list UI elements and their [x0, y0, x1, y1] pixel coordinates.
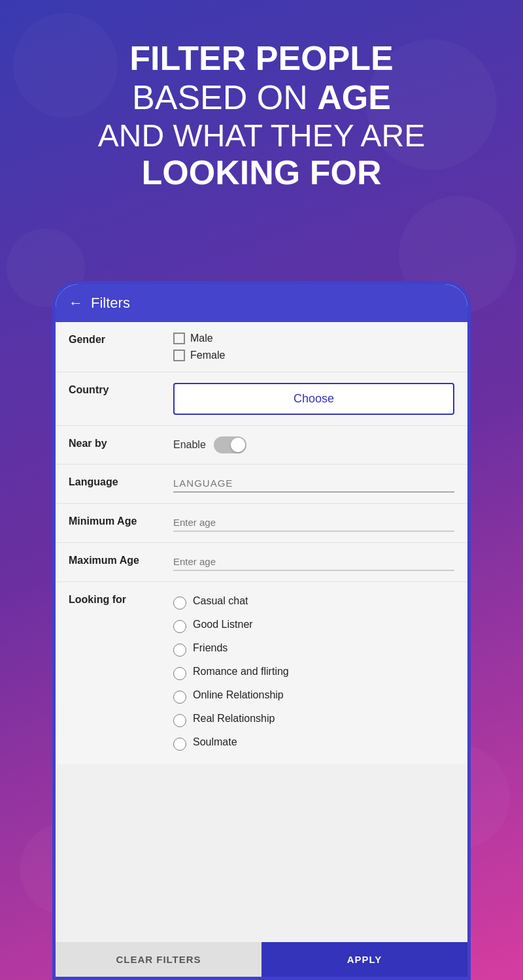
gender-male-item[interactable]: Male — [173, 333, 454, 344]
radio-good-listener[interactable]: Good Listner — [173, 616, 454, 636]
hero-based: BASED ON — [132, 78, 317, 116]
looking-for-label: Looking for — [69, 593, 173, 606]
nearby-control: Enable — [173, 436, 454, 453]
nearby-toggle[interactable] — [214, 436, 246, 453]
choose-button[interactable]: Choose — [173, 383, 454, 415]
radio-romance-label: Romance and flirting — [193, 666, 289, 678]
radio-online-relationship-input[interactable] — [173, 691, 186, 704]
radio-romance[interactable]: Romance and flirting — [173, 663, 454, 683]
radio-casual-chat-input[interactable] — [173, 596, 186, 610]
radio-online-relationship[interactable]: Online Relationship — [173, 687, 454, 706]
max-age-control — [173, 553, 454, 571]
radio-real-relationship-label: Real Relationship — [193, 713, 275, 725]
gender-label: Gender — [69, 333, 173, 346]
radio-real-relationship[interactable]: Real Relationship — [173, 710, 454, 730]
min-age-control — [173, 514, 454, 532]
min-age-input[interactable] — [173, 514, 454, 532]
gender-female-label: Female — [190, 350, 225, 361]
radio-casual-chat[interactable]: Casual chat — [173, 593, 454, 612]
country-label: Country — [69, 383, 173, 396]
language-label: Language — [69, 475, 173, 488]
language-row: Language — [56, 465, 467, 504]
min-age-row: Minimum Age — [56, 504, 467, 543]
gender-male-checkbox[interactable] — [173, 333, 185, 344]
hero-line3: AND WHAT THEY ARE — [39, 118, 484, 154]
language-control — [173, 475, 454, 493]
clear-filters-button[interactable]: CLEAR FILTERS — [56, 942, 262, 977]
filter-body: Gender Male Female Country Choose Near b… — [56, 322, 467, 942]
filter-header: ← Filters — [56, 284, 467, 322]
country-control: Choose — [173, 383, 454, 415]
gender-row: Gender Male Female — [56, 322, 467, 372]
radio-soulmate-input[interactable] — [173, 738, 186, 751]
bottom-buttons: CLEAR FILTERS APPLY — [56, 942, 467, 977]
toggle-row: Enable — [173, 436, 454, 453]
nearby-row: Near by Enable — [56, 426, 467, 465]
looking-for-row: Looking for Casual chat Good Listner Fri… — [56, 582, 467, 764]
phone-container: ← Filters Gender Male Female Country Cho — [52, 281, 471, 980]
gender-control: Male Female — [173, 333, 454, 361]
gender-female-item[interactable]: Female — [173, 350, 454, 361]
max-age-row: Maximum Age — [56, 543, 467, 582]
radio-friends-input[interactable] — [173, 644, 186, 657]
max-age-label: Maximum Age — [69, 553, 173, 566]
hero-section: FILTER PEOPLE BASED ON AGE AND WHAT THEY… — [0, 39, 523, 193]
radio-online-relationship-label: Online Relationship — [193, 689, 284, 701]
country-row: Country Choose — [56, 372, 467, 426]
radio-friends-label: Friends — [193, 642, 228, 654]
gender-male-label: Male — [190, 333, 213, 344]
hero-age: AGE — [317, 78, 391, 116]
radio-good-listener-label: Good Listner — [193, 619, 253, 630]
nearby-label: Near by — [69, 436, 173, 449]
back-button[interactable]: ← — [69, 295, 83, 312]
toggle-enable-label: Enable — [173, 439, 206, 451]
min-age-label: Minimum Age — [69, 514, 173, 527]
radio-soulmate-label: Soulmate — [193, 736, 237, 748]
radio-friends[interactable]: Friends — [173, 640, 454, 659]
language-input[interactable] — [173, 475, 454, 493]
radio-casual-chat-label: Casual chat — [193, 595, 248, 607]
looking-for-options: Casual chat Good Listner Friends Romance… — [173, 593, 454, 753]
hero-filter: FILTER PEOPLE — [129, 39, 394, 77]
filter-title: Filters — [91, 295, 130, 312]
radio-soulmate[interactable]: Soulmate — [173, 734, 454, 753]
radio-good-listener-input[interactable] — [173, 620, 186, 633]
hero-line4: LOOKING FOR — [39, 154, 484, 193]
radio-real-relationship-input[interactable] — [173, 714, 186, 727]
max-age-input[interactable] — [173, 553, 454, 571]
radio-romance-input[interactable] — [173, 667, 186, 680]
apply-button[interactable]: APPLY — [262, 942, 467, 977]
gender-female-checkbox[interactable] — [173, 350, 185, 361]
